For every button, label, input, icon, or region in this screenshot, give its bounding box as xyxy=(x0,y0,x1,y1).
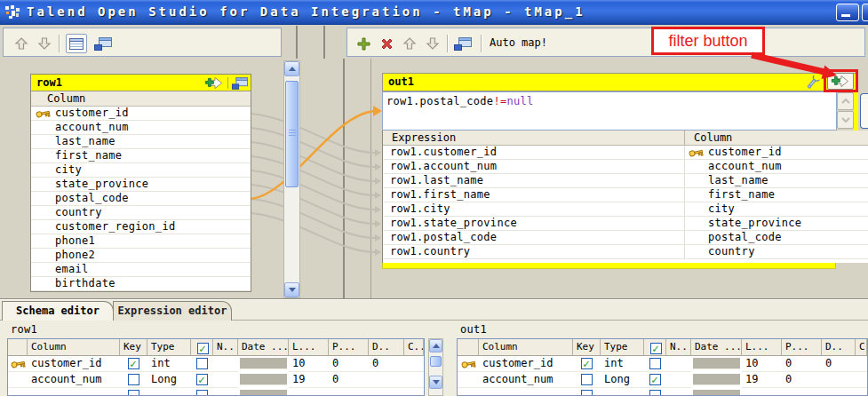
schema-column-row[interactable]: birthdate xyxy=(31,277,251,291)
cell-column[interactable]: account_num xyxy=(28,372,120,388)
schema-column-row[interactable]: country xyxy=(31,206,251,220)
splitter[interactable] xyxy=(370,59,371,298)
schema-column-row[interactable]: phone2 xyxy=(31,249,251,263)
tab-expression-editor[interactable]: Expression editor xyxy=(113,301,232,321)
cell-default[interactable] xyxy=(822,388,856,396)
key-checkbox[interactable] xyxy=(581,358,593,369)
cell-type[interactable]: int xyxy=(601,356,644,372)
key-checkbox[interactable] xyxy=(581,374,593,385)
mapping-row[interactable]: row1.citycity xyxy=(383,202,868,217)
key-checkbox[interactable] xyxy=(581,390,593,396)
cell-comment[interactable] xyxy=(856,372,867,388)
cell-precision[interactable]: 0 xyxy=(329,372,369,388)
nullable-checkbox[interactable] xyxy=(196,374,208,385)
cell-length[interactable]: 19 xyxy=(289,372,329,388)
cell-comment[interactable] xyxy=(856,388,867,396)
cell-column[interactable]: customer_id xyxy=(479,356,573,372)
schema-column-row[interactable]: customer_region_id xyxy=(31,220,251,234)
schema-scrollbar[interactable] xyxy=(428,338,443,396)
cell-comment[interactable] xyxy=(404,372,424,388)
add-output-icon[interactable] xyxy=(354,35,372,52)
minimize-panel-icon[interactable] xyxy=(454,35,472,52)
nullable-checkbox[interactable] xyxy=(196,358,208,369)
nullable-master-checkbox[interactable] xyxy=(197,343,209,354)
schema-column-row[interactable]: phone1 xyxy=(31,234,251,249)
move-down-icon[interactable] xyxy=(424,35,442,52)
row1-panel-header[interactable]: row1 xyxy=(31,75,251,91)
remove-output-icon[interactable] xyxy=(378,35,395,52)
nullable-checkbox[interactable] xyxy=(649,374,661,385)
nullable-checkbox[interactable] xyxy=(196,390,208,396)
spinner-down-button[interactable] xyxy=(837,111,854,129)
cell-length[interactable] xyxy=(289,388,329,396)
scrollbar-thumb[interactable] xyxy=(285,81,299,187)
key-checkbox[interactable] xyxy=(128,358,139,369)
cell-column[interactable] xyxy=(28,388,120,396)
cell-type[interactable]: int xyxy=(147,356,191,372)
cell-length[interactable]: 10 xyxy=(289,356,329,372)
minimize-table-icon[interactable] xyxy=(232,77,248,90)
scroll-down-button[interactable] xyxy=(284,282,299,297)
cell-precision[interactable]: 0 xyxy=(329,356,369,372)
mapping-row[interactable]: row1.countrycountry xyxy=(383,245,868,259)
mapping-row[interactable]: row1.last_namelast_name xyxy=(383,174,868,188)
splitter[interactable] xyxy=(323,26,325,59)
filter-expression-editor[interactable]: row1.postal_code!=null xyxy=(382,91,837,131)
expand-button[interactable] xyxy=(860,93,868,129)
tab-schema-editor[interactable]: Schema editor xyxy=(2,301,114,321)
schema-column-row[interactable]: first_name xyxy=(31,149,251,163)
cell-length[interactable] xyxy=(742,388,782,396)
cell-default[interactable] xyxy=(822,372,856,388)
maximize-button[interactable] xyxy=(862,4,868,21)
mapping-row[interactable]: row1.customer_id customer_id xyxy=(383,146,868,160)
cell-comment[interactable] xyxy=(404,356,424,372)
cell-comment[interactable] xyxy=(856,356,867,372)
spinner-up-button[interactable] xyxy=(837,92,854,110)
cell-type[interactable]: Long xyxy=(601,372,644,388)
nullable-checkbox[interactable] xyxy=(649,390,661,396)
cell-precision[interactable] xyxy=(782,388,822,396)
cell-column[interactable]: account_num xyxy=(479,372,573,388)
scrollbar-thumb[interactable] xyxy=(430,356,442,367)
schema-column-row[interactable]: last_name xyxy=(31,135,251,149)
cell-type[interactable] xyxy=(147,388,191,396)
cell-length[interactable]: 10 xyxy=(742,356,782,372)
mapping-row[interactable]: row1.state_provincestate_province xyxy=(383,217,868,231)
schema-column-row[interactable]: account_num xyxy=(31,121,251,135)
scroll-down-button[interactable] xyxy=(429,376,442,389)
nullable-checkbox[interactable] xyxy=(649,358,661,369)
auto-map-button[interactable]: Auto map! xyxy=(490,36,547,49)
filter-icon[interactable] xyxy=(204,76,224,90)
cell-type[interactable] xyxy=(601,388,644,396)
schema-column-row[interactable]: city xyxy=(31,163,251,178)
mapping-row[interactable]: row1.first_namefirst_name xyxy=(383,188,868,202)
nullable-master-checkbox[interactable] xyxy=(650,343,662,354)
key-checkbox[interactable] xyxy=(128,390,139,396)
vertical-scrollbar[interactable] xyxy=(283,60,300,298)
cell-column[interactable]: customer_id xyxy=(28,356,120,372)
splitter[interactable] xyxy=(343,59,345,298)
mapping-row[interactable]: row1.account_numaccount_num xyxy=(383,160,868,174)
cell-default[interactable] xyxy=(369,372,404,388)
cell-default[interactable] xyxy=(369,388,404,396)
minimize-panel-icon[interactable] xyxy=(94,35,112,52)
cell-default[interactable]: 0 xyxy=(369,356,404,372)
key-checkbox[interactable] xyxy=(128,374,139,385)
cell-length[interactable]: 19 xyxy=(742,372,782,388)
cell-precision[interactable] xyxy=(329,388,369,396)
schema-column-row[interactable]: customer_id xyxy=(31,107,251,121)
out1-panel-header[interactable]: out1 xyxy=(382,73,857,91)
schema-column-row[interactable]: postal_code xyxy=(31,192,251,206)
schema-column-row[interactable]: state_province xyxy=(31,178,251,192)
cell-comment[interactable] xyxy=(404,388,424,396)
mapping-row[interactable]: row1.postal_codepostal_code xyxy=(383,231,868,245)
cell-precision[interactable]: 0 xyxy=(782,372,822,388)
schema-column-row[interactable]: email xyxy=(31,263,251,277)
cell-precision[interactable]: 0 xyxy=(782,356,822,372)
cell-default[interactable]: 0 xyxy=(822,356,856,372)
wrench-icon[interactable] xyxy=(805,75,820,90)
scroll-up-button[interactable] xyxy=(284,61,299,76)
cell-type[interactable]: Long xyxy=(147,372,191,388)
move-down-icon[interactable] xyxy=(36,35,53,52)
move-up-icon[interactable] xyxy=(12,35,30,52)
